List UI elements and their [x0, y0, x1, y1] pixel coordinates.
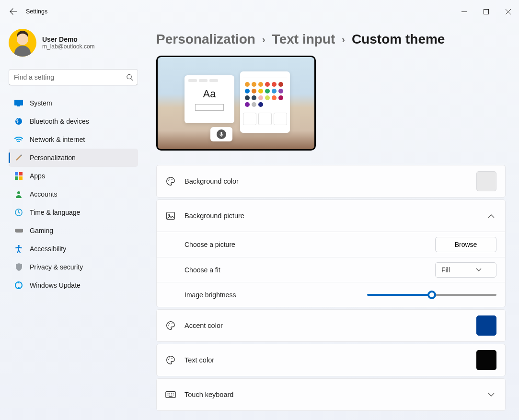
nav-label: System [30, 99, 52, 107]
sub-label: Choose a picture [185, 241, 427, 248]
nav-label: Accounts [30, 190, 58, 198]
chevron-right-icon: › [342, 34, 345, 45]
brightness-slider[interactable] [367, 294, 496, 296]
search-input[interactable] [9, 69, 138, 85]
profile-block[interactable]: User Demo m_lab@outlook.com [9, 27, 138, 60]
card-background-picture: Background picture Choose a picture Brow… [156, 199, 506, 307]
window-title: Settings [26, 8, 47, 15]
card-background-color[interactable]: Background color [156, 165, 506, 198]
breadcrumb-mid[interactable]: Text input [272, 32, 335, 47]
slider-thumb[interactable] [427, 291, 436, 299]
titlebar: Settings [0, 0, 519, 23]
profile-email: m_lab@outlook.com [42, 43, 95, 50]
card-touch-keyboard[interactable]: Touch keyboard [156, 378, 506, 411]
accessibility-icon [14, 245, 23, 253]
svg-rect-0 [484, 9, 488, 14]
preview-ime-card: Aa [185, 75, 234, 123]
svg-rect-5 [15, 172, 18, 175]
card-label: Text color [185, 356, 468, 364]
person-icon [14, 190, 23, 198]
gamepad-icon [14, 226, 23, 235]
card-accent-color[interactable]: Accent color [156, 309, 506, 342]
window-controls [453, 4, 519, 19]
card-label: Background color [185, 177, 468, 185]
fit-value: Fill [441, 266, 450, 274]
maximize-icon [484, 9, 489, 14]
svg-rect-14 [221, 132, 222, 135]
nav-item-network[interactable]: Network & internet [9, 130, 138, 149]
close-button[interactable] [497, 4, 519, 19]
nav-item-gaming[interactable]: Gaming [9, 222, 138, 240]
text-swatch[interactable] [476, 350, 496, 370]
card-header-bg-picture[interactable]: Background picture [157, 200, 505, 232]
svg-point-22 [172, 323, 173, 324]
nav-item-personalization[interactable]: Personalization [9, 149, 138, 167]
svg-point-19 [169, 214, 170, 216]
nav-item-privacy[interactable]: Privacy & security [9, 258, 138, 276]
svg-point-16 [169, 179, 170, 180]
apps-icon [14, 172, 23, 180]
card-text-color[interactable]: Text color [156, 344, 506, 376]
accent-swatch[interactable] [476, 315, 496, 336]
svg-rect-11 [15, 229, 23, 233]
profile-name: User Demo [42, 35, 95, 43]
nav-label: Gaming [30, 227, 53, 234]
nav-item-time[interactable]: Time & language [9, 203, 138, 222]
keyboard-icon [165, 389, 176, 400]
nav-item-apps[interactable]: Apps [9, 167, 138, 185]
sub-choose-fit: Choose a fit Fill [157, 257, 505, 282]
bg-color-swatch[interactable] [476, 171, 496, 191]
fit-select[interactable]: Fill [435, 262, 496, 278]
nav-list: System Bluetooth & devices Network & int… [9, 94, 138, 294]
nav-item-accessibility[interactable]: Accessibility [9, 240, 138, 258]
mic-icon [217, 129, 226, 139]
minimize-icon [461, 9, 467, 14]
nav-label: Windows Update [30, 281, 81, 289]
minimize-button[interactable] [453, 4, 475, 19]
svg-point-25 [172, 358, 173, 359]
search-wrap [9, 69, 138, 85]
nav-item-system[interactable]: System [9, 94, 138, 112]
palette-icon [165, 320, 176, 331]
search-icon [126, 74, 133, 81]
browse-button[interactable]: Browse [435, 237, 496, 252]
nav-item-update[interactable]: Windows Update [9, 276, 138, 294]
sub-brightness: Image brightness [157, 282, 505, 307]
maximize-button[interactable] [475, 4, 497, 19]
svg-point-1 [127, 74, 131, 79]
nav-item-accounts[interactable]: Accounts [9, 185, 138, 203]
nav-label: Apps [30, 172, 45, 180]
svg-point-23 [168, 359, 169, 360]
sidebar: User Demo m_lab@outlook.com System Bluet… [0, 23, 144, 420]
wifi-icon [14, 135, 23, 144]
arrow-left-icon [10, 8, 17, 15]
avatar [9, 29, 36, 57]
nav-label: Network & internet [30, 136, 85, 143]
chevron-down-icon [476, 268, 482, 272]
back-button[interactable] [4, 2, 23, 21]
svg-point-4 [15, 118, 22, 125]
svg-rect-26 [166, 392, 175, 398]
breadcrumb: Personalization › Text input › Custom th… [156, 32, 506, 47]
card-label: Accent color [185, 322, 468, 329]
svg-rect-3 [17, 105, 20, 106]
preview-emoji-card [240, 71, 290, 133]
card-label: Background picture [185, 212, 479, 220]
svg-point-24 [169, 358, 170, 359]
display-icon [14, 99, 23, 107]
svg-point-12 [18, 245, 20, 247]
chevron-up-icon [488, 214, 496, 218]
svg-rect-6 [19, 172, 23, 175]
bluetooth-icon [14, 117, 23, 126]
nav-label: Bluetooth & devices [30, 117, 89, 125]
chevron-down-icon [488, 393, 496, 397]
breadcrumb-root[interactable]: Personalization [156, 32, 255, 47]
svg-rect-7 [15, 176, 18, 180]
sub-label: Choose a fit [185, 266, 427, 274]
svg-rect-2 [14, 100, 23, 105]
nav-label: Personalization [30, 154, 76, 162]
nav-item-bluetooth[interactable]: Bluetooth & devices [9, 112, 138, 130]
palette-icon [165, 355, 176, 365]
paintbrush-icon [14, 153, 23, 162]
shield-icon [14, 263, 23, 271]
